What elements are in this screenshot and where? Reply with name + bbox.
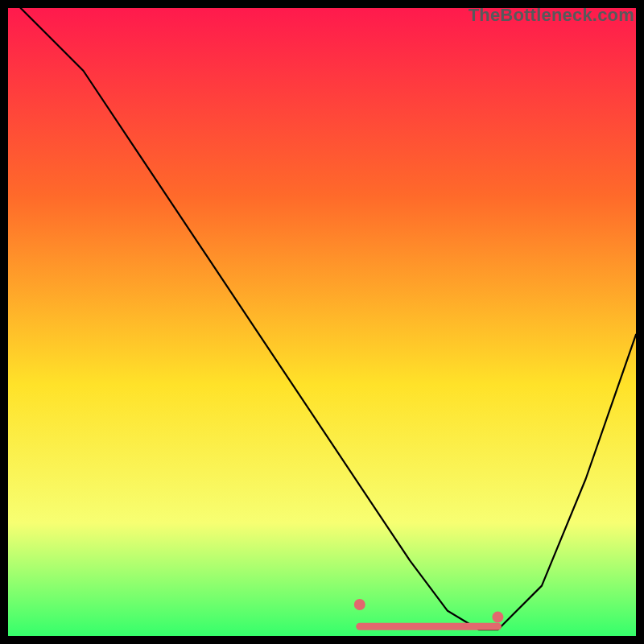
curve-dot-right	[492, 612, 503, 623]
chart-svg	[8, 8, 636, 636]
gradient-background	[8, 8, 636, 636]
watermark-text: TheBottleneck.com	[469, 5, 634, 26]
chart-frame: TheBottleneck.com	[0, 0, 644, 644]
plot-area	[8, 8, 636, 636]
curve-dot-left	[354, 599, 365, 610]
